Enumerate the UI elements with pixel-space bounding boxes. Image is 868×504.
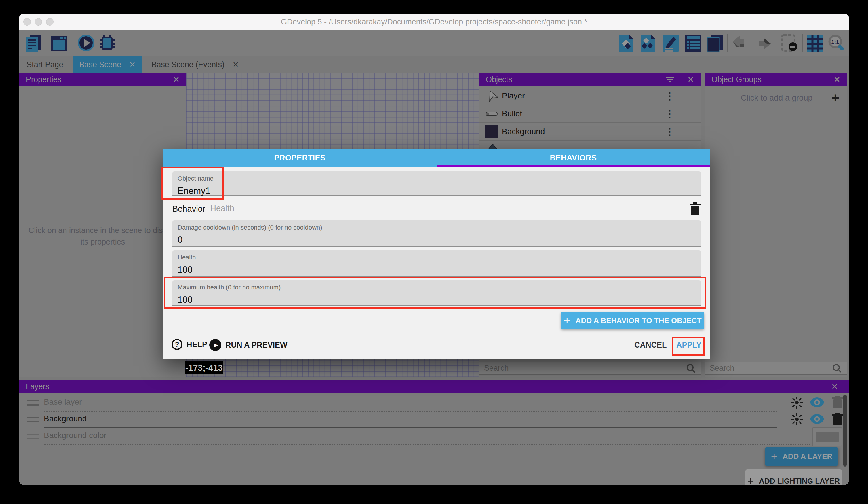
- close-panel-icon[interactable]: ✕: [688, 75, 694, 84]
- field-value: 100: [178, 265, 696, 275]
- help-icon: ?: [172, 339, 183, 350]
- tab-label: Start Page: [27, 60, 63, 69]
- behavior-header-row: Behavior Health: [172, 202, 701, 216]
- layer-visibility-eye-icon[interactable]: [810, 414, 824, 424]
- layer-row-background[interactable]: Background: [19, 412, 849, 428]
- objects-search-input[interactable]: Search: [479, 362, 701, 375]
- object-groups-panel: Object Groups ✕ Click to add a group + S…: [704, 73, 847, 377]
- maximum-health-field[interactable]: Maximum health (0 for no maximum) 100: [172, 280, 701, 306]
- health-field[interactable]: Health 100: [172, 250, 701, 277]
- close-panel-icon[interactable]: ✕: [831, 382, 838, 391]
- layer-name[interactable]: Background: [44, 414, 777, 428]
- drag-handle-icon[interactable]: [27, 434, 39, 439]
- filter-icon[interactable]: [666, 76, 675, 83]
- layer-name[interactable]: Background color: [44, 431, 809, 445]
- add-group-row[interactable]: Click to add a group +: [704, 87, 847, 109]
- panel-title: Objects: [486, 75, 666, 84]
- toolbar-divider: [73, 34, 73, 52]
- main-toolbar: 1:1: [19, 30, 849, 57]
- close-panel-icon[interactable]: ✕: [834, 75, 840, 84]
- layers-scrollbar[interactable]: [843, 395, 847, 466]
- close-panel-icon[interactable]: ✕: [173, 75, 179, 84]
- tab-base-scene[interactable]: Base Scene ✕: [73, 57, 142, 73]
- object-name: Background: [502, 127, 545, 136]
- apply-button[interactable]: APPLY: [676, 341, 702, 350]
- player-object-icon: [485, 89, 498, 102]
- run-preview-button[interactable]: ▶ RUN A PREVIEW: [209, 339, 288, 351]
- object-name: Player: [502, 91, 525, 101]
- active-tab-indicator: [437, 165, 710, 167]
- dialog-tab-bar: PROPERTIES BEHAVIORS: [163, 149, 710, 167]
- edit-scene-properties-icon[interactable]: [662, 34, 679, 52]
- project-manager-icon[interactable]: [25, 34, 42, 52]
- layer-visibility-eye-icon[interactable]: [810, 397, 824, 407]
- panel-title: Layers: [26, 382, 831, 391]
- delete-layer-icon[interactable]: [832, 396, 843, 409]
- behavior-name-input[interactable]: Health: [210, 204, 689, 218]
- search-icon: [686, 363, 696, 373]
- layer-row-background-color[interactable]: Background color: [19, 429, 849, 445]
- properties-empty-message: Click on an instance in the scene to dis…: [19, 225, 186, 248]
- object-row-player[interactable]: Player ⋮: [479, 87, 701, 105]
- tab-label: Base Scene (Events): [151, 60, 225, 69]
- add-group-plus-icon[interactable]: +: [831, 90, 839, 106]
- grid-icon[interactable]: [807, 34, 824, 52]
- add-lighting-layer-button[interactable]: + ADD LIGHTING LAYER: [745, 470, 842, 485]
- close-tab-icon[interactable]: ✕: [232, 60, 239, 69]
- panel-title: Object Groups: [711, 75, 834, 84]
- properties-panel-header: Properties ✕: [19, 73, 186, 87]
- layers-panel: Layers ✕ Base layer: [19, 380, 849, 485]
- hide-properties-panel-icon[interactable]: [781, 34, 797, 52]
- object-name: Bullet: [502, 109, 522, 118]
- search-icon: [832, 363, 842, 373]
- help-button[interactable]: ? HELP: [172, 339, 207, 350]
- drag-handle-icon[interactable]: [27, 417, 39, 422]
- dialog-tab-properties[interactable]: PROPERTIES: [163, 149, 437, 167]
- layers-panel-icon[interactable]: [706, 34, 724, 52]
- plus-icon: +: [564, 314, 570, 327]
- object-menu-icon[interactable]: ⋮: [665, 126, 675, 137]
- field-value: 0: [178, 235, 696, 245]
- drag-handle-icon[interactable]: [27, 400, 39, 405]
- object-groups-icon[interactable]: [640, 34, 655, 52]
- plus-icon: +: [771, 451, 777, 463]
- debugger-icon[interactable]: [98, 34, 116, 52]
- play-preview-icon[interactable]: [77, 34, 95, 52]
- window-title: GDevelop 5 - /Users/dkarakay/Documents/G…: [19, 14, 849, 30]
- layer-effects-icon[interactable]: [790, 396, 803, 409]
- damage-cooldown-field[interactable]: Damage cooldown (in seconds) (0 for no c…: [172, 220, 701, 246]
- object-row-background[interactable]: Background ⋮: [479, 123, 701, 141]
- object-menu-icon[interactable]: ⋮: [665, 90, 675, 102]
- layer-effects-icon[interactable]: [790, 413, 803, 426]
- toolbar-divider: [727, 34, 728, 52]
- instances-list-icon[interactable]: [685, 34, 702, 52]
- delete-layer-icon[interactable]: [832, 413, 843, 426]
- cursor-coordinates-badge: -173;-413: [185, 361, 223, 374]
- cancel-button[interactable]: CANCEL: [634, 341, 667, 350]
- layer-name[interactable]: Base layer: [44, 397, 777, 412]
- add-behavior-button[interactable]: + ADD A BEHAVIOR TO THE OBJECT: [561, 312, 704, 329]
- field-label: Health: [178, 254, 696, 261]
- add-layer-button[interactable]: + ADD A LAYER: [765, 447, 838, 466]
- object-name-field[interactable]: Object name Enemy1: [172, 171, 701, 196]
- close-tab-icon[interactable]: ✕: [129, 60, 136, 69]
- tab-start-page[interactable]: Start Page: [19, 57, 71, 73]
- object-groups-panel-header: Object Groups ✕: [704, 73, 847, 87]
- gdevelop-window: GDevelop 5 - /Users/dkarakay/Documents/G…: [19, 14, 849, 485]
- scene-editor-icon[interactable]: [51, 34, 68, 52]
- tab-base-scene-events[interactable]: Base Scene (Events) ✕: [144, 57, 246, 73]
- layer-row-base[interactable]: Base layer: [19, 395, 849, 411]
- redo-icon[interactable]: [754, 34, 772, 52]
- bullet-object-icon: [485, 110, 498, 118]
- object-row-bullet[interactable]: Bullet ⋮: [479, 105, 701, 123]
- background-color-swatch[interactable]: [812, 427, 842, 446]
- add-object-icon[interactable]: [618, 34, 634, 52]
- object-groups-search-input[interactable]: Search: [704, 362, 847, 375]
- dialog-tab-behaviors[interactable]: BEHAVIORS: [437, 149, 710, 167]
- properties-panel: Properties ✕ Click on an instance in the…: [19, 73, 186, 377]
- layers-panel-header: Layers ✕: [19, 380, 849, 393]
- delete-behavior-icon[interactable]: [690, 202, 701, 216]
- zoom-1-1-icon[interactable]: 1:1: [828, 34, 846, 52]
- object-menu-icon[interactable]: ⋮: [665, 108, 675, 120]
- undo-icon[interactable]: [732, 34, 750, 52]
